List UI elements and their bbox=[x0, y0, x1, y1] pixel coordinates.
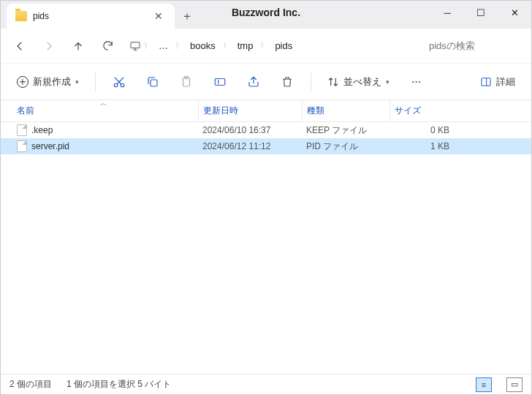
details-icon bbox=[480, 76, 492, 88]
chevron-right-icon: 〉 bbox=[260, 41, 267, 51]
forward-button[interactable] bbox=[36, 33, 62, 59]
brand-label: Buzzword Inc. bbox=[232, 7, 300, 18]
file-name: .keep bbox=[31, 125, 53, 135]
breadcrumb-seg-2[interactable]: pids bbox=[270, 37, 297, 54]
file-icon bbox=[17, 124, 27, 136]
cut-button[interactable] bbox=[104, 69, 134, 94]
sort-icon bbox=[327, 76, 339, 88]
file-type: KEEP ファイル bbox=[302, 124, 390, 137]
col-type[interactable]: 種類 bbox=[302, 100, 390, 121]
more-button[interactable]: ⋯ bbox=[401, 69, 431, 94]
divider bbox=[95, 72, 96, 91]
navbar: 〉 … 〉 books 〉 tmp 〉 pids bbox=[1, 29, 531, 64]
new-label: 新規作成 bbox=[33, 75, 71, 89]
breadcrumb-seg-1[interactable]: tmp bbox=[233, 37, 258, 54]
refresh-button[interactable] bbox=[94, 33, 121, 59]
delete-button[interactable] bbox=[273, 69, 302, 94]
breadcrumb-seg-0[interactable]: books bbox=[186, 37, 220, 54]
sort-indicator-icon: ︿ bbox=[100, 99, 107, 108]
table-row[interactable]: server.pid2024/06/12 11:12PID ファイル1 KB bbox=[1, 138, 531, 154]
file-size: 0 KB bbox=[390, 125, 463, 135]
file-icon bbox=[17, 140, 27, 152]
file-size: 1 KB bbox=[390, 141, 463, 151]
svg-rect-3 bbox=[151, 80, 157, 86]
copy-button[interactable] bbox=[138, 69, 167, 94]
file-list: .keep2024/06/10 16:37KEEP ファイル0 KBserver… bbox=[1, 122, 531, 374]
sort-label: 並べ替え bbox=[343, 75, 381, 89]
status-selection: 1 個の項目を選択 5 バイト bbox=[66, 378, 171, 391]
view-details-button[interactable]: ≡ bbox=[476, 377, 492, 392]
sort-button[interactable]: 並べ替え ▾ bbox=[320, 69, 397, 94]
svg-rect-6 bbox=[215, 78, 225, 85]
plus-circle-icon bbox=[17, 76, 28, 88]
col-size[interactable]: サイズ bbox=[390, 100, 463, 121]
chevron-right-icon: 〉 bbox=[144, 41, 151, 51]
status-count: 2 個の項目 bbox=[10, 378, 52, 391]
share-button[interactable] bbox=[239, 69, 268, 94]
col-name[interactable]: 名前︿ bbox=[12, 100, 198, 121]
chevron-right-icon: 〉 bbox=[223, 41, 230, 51]
new-button[interactable]: 新規作成 ▾ bbox=[10, 69, 86, 94]
details-button[interactable]: 詳細 bbox=[473, 69, 522, 94]
svg-rect-0 bbox=[131, 42, 140, 48]
table-row[interactable]: .keep2024/06/10 16:37KEEP ファイル0 KB bbox=[1, 122, 531, 138]
column-headers: 名前︿ 更新日時 種類 サイズ bbox=[1, 100, 531, 122]
new-tab-button[interactable]: ＋ bbox=[175, 4, 200, 29]
file-name: server.pid bbox=[31, 141, 69, 151]
divider bbox=[311, 72, 311, 91]
view-icons-button[interactable]: ▭ bbox=[506, 377, 522, 392]
file-date: 2024/06/10 16:37 bbox=[198, 125, 302, 135]
chevron-down-icon: ▾ bbox=[75, 78, 79, 86]
minimize-button[interactable]: ─ bbox=[430, 1, 464, 24]
back-button[interactable] bbox=[7, 33, 33, 59]
up-button[interactable] bbox=[65, 33, 91, 59]
paste-button[interactable] bbox=[172, 69, 201, 94]
tab-title: pids bbox=[33, 11, 145, 21]
titlebar: pids ✕ ＋ Buzzword Inc. ─ ☐ ✕ bbox=[1, 1, 531, 29]
status-bar: 2 個の項目 1 個の項目を選択 5 バイト ≡ ▭ bbox=[1, 374, 531, 394]
file-type: PID ファイル bbox=[302, 140, 390, 153]
search-input[interactable] bbox=[423, 35, 525, 57]
rename-button[interactable] bbox=[205, 69, 235, 94]
tab-current[interactable]: pids ✕ bbox=[7, 4, 175, 29]
breadcrumb[interactable]: 〉 … 〉 books 〉 tmp 〉 pids bbox=[123, 37, 420, 54]
details-label: 詳細 bbox=[496, 75, 515, 89]
monitor-icon bbox=[129, 40, 141, 52]
close-button[interactable]: ✕ bbox=[498, 1, 531, 24]
tab-close-button[interactable]: ✕ bbox=[151, 10, 166, 22]
maximize-button[interactable]: ☐ bbox=[464, 1, 498, 24]
folder-icon bbox=[15, 11, 27, 21]
col-date[interactable]: 更新日時 bbox=[198, 100, 302, 121]
file-date: 2024/06/12 11:12 bbox=[198, 141, 302, 151]
svg-rect-7 bbox=[482, 78, 490, 86]
breadcrumb-ellipsis[interactable]: … bbox=[154, 37, 172, 54]
chevron-right-icon: 〉 bbox=[175, 41, 183, 51]
toolbar: 新規作成 ▾ 並べ替え ▾ ⋯ 詳細 bbox=[1, 64, 531, 100]
chevron-down-icon: ▾ bbox=[386, 78, 390, 86]
